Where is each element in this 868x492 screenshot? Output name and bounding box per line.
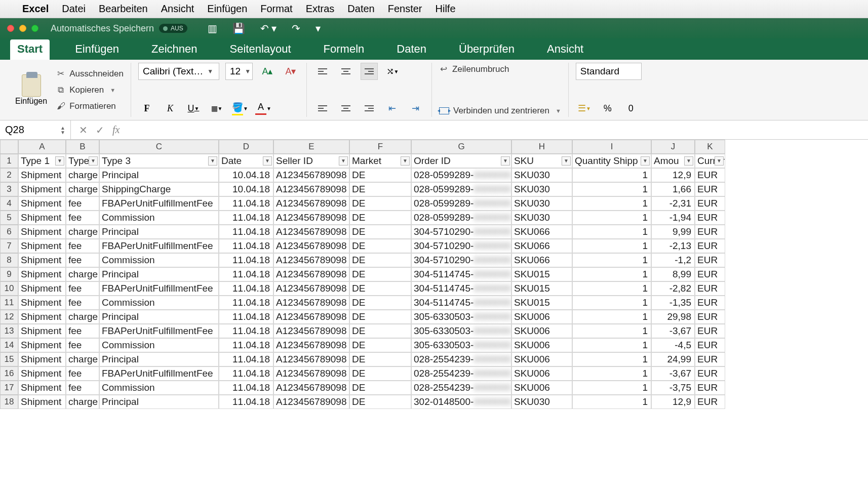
cell[interactable]: SKU030 — [511, 196, 572, 211]
cell[interactable]: Principal — [99, 168, 219, 182]
cell[interactable]: -3,67 — [651, 324, 695, 338]
cell[interactable]: A123456789098 — [273, 225, 349, 239]
cell[interactable]: SKU030 — [511, 182, 572, 196]
cell[interactable]: 1 — [572, 296, 651, 310]
cell[interactable]: A123456789098 — [273, 338, 349, 352]
menu-bearbeiten[interactable]: Bearbeiten — [99, 3, 148, 15]
cell[interactable]: Commission — [99, 211, 219, 225]
cell[interactable]: SKU030 — [511, 395, 572, 409]
cell[interactable]: A123456789098 — [273, 352, 349, 366]
column-header[interactable]: G — [411, 140, 511, 154]
cell[interactable]: 11.04.18 — [219, 281, 273, 296]
cell[interactable]: FBAPerUnitFulfillmentFee — [99, 196, 219, 211]
cell[interactable]: DE — [349, 267, 411, 281]
cell[interactable]: fee — [66, 196, 99, 211]
cell[interactable]: DE — [349, 381, 411, 395]
table-header-cell[interactable]: Amou▼ — [651, 154, 695, 168]
table-header-cell[interactable]: Type 3▼ — [99, 154, 219, 168]
row-header[interactable]: 4 — [0, 196, 18, 211]
menu-datei[interactable]: Datei — [62, 3, 86, 15]
cell[interactable]: 304-5710290-0000000 — [411, 225, 511, 239]
cell[interactable]: 10.04.18 — [219, 182, 273, 196]
cell[interactable]: Commission — [99, 296, 219, 310]
cell[interactable]: SKU006 — [511, 352, 572, 366]
font-color-button[interactable]: A▼ — [255, 100, 272, 117]
percent-button[interactable]: % — [599, 100, 616, 117]
cell[interactable]: 305-6330503-0000000 — [411, 338, 511, 352]
cell[interactable]: fee — [66, 338, 99, 352]
row-header[interactable]: 18 — [0, 395, 18, 409]
cell[interactable]: Shipment — [18, 381, 66, 395]
cell[interactable]: Shipment — [18, 281, 66, 296]
cell[interactable]: Shipment — [18, 225, 66, 239]
cell[interactable]: 12,9 — [651, 168, 695, 182]
spreadsheet[interactable]: ABCDEFGHIJK1Type 1▼Type▼Type 3▼Date▼Sell… — [0, 140, 868, 409]
cell[interactable]: 8,99 — [651, 267, 695, 281]
cell[interactable]: 11.04.18 — [219, 324, 273, 338]
fx-icon[interactable]: fx — [112, 124, 120, 136]
cell[interactable]: A123456789098 — [273, 196, 349, 211]
cell[interactable]: 304-5710290-0000000 — [411, 253, 511, 267]
table-header-cell[interactable]: Order ID▼ — [411, 154, 511, 168]
cell[interactable]: 1,66 — [651, 182, 695, 196]
row-header[interactable]: 16 — [0, 366, 18, 381]
layout-icon[interactable]: ▥ — [203, 22, 222, 34]
cell[interactable]: EUR — [695, 395, 725, 409]
table-header-cell[interactable]: Date▼ — [219, 154, 273, 168]
row-header[interactable]: 3 — [0, 182, 18, 196]
row-header[interactable]: 10 — [0, 281, 18, 296]
cell[interactable]: DE — [349, 296, 411, 310]
cell[interactable]: A123456789098 — [273, 324, 349, 338]
cell[interactable]: 1 — [572, 225, 651, 239]
cell[interactable]: SKU066 — [511, 253, 572, 267]
cell[interactable]: 028-2554239-0000000 — [411, 352, 511, 366]
column-header[interactable]: K — [695, 140, 725, 154]
cell[interactable]: Principal — [99, 225, 219, 239]
cell[interactable]: A123456789098 — [273, 310, 349, 324]
cell[interactable]: -3,67 — [651, 366, 695, 381]
column-header[interactable]: C — [99, 140, 219, 154]
undo-icon[interactable]: ↶ ▾ — [255, 22, 282, 34]
filter-dropdown-icon[interactable]: ▼ — [401, 156, 410, 166]
cell[interactable]: Shipment — [18, 239, 66, 253]
cell[interactable]: fee — [66, 366, 99, 381]
fill-color-button[interactable]: 🪣▼ — [231, 100, 249, 117]
minimize-icon[interactable] — [19, 25, 26, 32]
cell[interactable]: EUR — [695, 168, 725, 182]
cell[interactable]: charge — [66, 182, 99, 196]
cell[interactable]: Shipment — [18, 310, 66, 324]
cell[interactable]: DE — [349, 182, 411, 196]
cell[interactable]: Shipment — [18, 267, 66, 281]
menu-fenster[interactable]: Fenster — [388, 3, 422, 15]
cell[interactable]: EUR — [695, 381, 725, 395]
cell[interactable]: DE — [349, 239, 411, 253]
cell[interactable]: 1 — [572, 168, 651, 182]
underline-button[interactable]: U ▼ — [185, 100, 202, 117]
cell[interactable]: 1 — [572, 395, 651, 409]
cell[interactable]: fee — [66, 211, 99, 225]
cell[interactable]: charge — [66, 310, 99, 324]
table-header-cell[interactable]: Market▼ — [349, 154, 411, 168]
cell[interactable]: Shipment — [18, 253, 66, 267]
cell[interactable]: Shipment — [18, 182, 66, 196]
filter-dropdown-icon[interactable]: ▼ — [715, 156, 724, 166]
filter-dropdown-icon[interactable]: ▼ — [55, 156, 64, 166]
cell[interactable]: -1,35 — [651, 296, 695, 310]
formula-input[interactable] — [128, 120, 868, 139]
cell[interactable]: 304-5114745-0000000 — [411, 281, 511, 296]
cell[interactable]: SKU006 — [511, 338, 572, 352]
cell[interactable]: 11.04.18 — [219, 239, 273, 253]
cell[interactable]: -4,5 — [651, 338, 695, 352]
cell[interactable]: Commission — [99, 253, 219, 267]
name-box[interactable]: Q28 ▲▼ — [0, 120, 71, 139]
close-icon[interactable] — [7, 25, 14, 32]
cell[interactable]: DE — [349, 196, 411, 211]
menu-hilfe[interactable]: Hilfe — [436, 3, 456, 15]
cell[interactable]: EUR — [695, 225, 725, 239]
align-middle-icon[interactable] — [337, 63, 354, 80]
cell[interactable]: Commission — [99, 381, 219, 395]
cell[interactable]: fee — [66, 281, 99, 296]
border-button[interactable]: ▦ ▼ — [208, 100, 225, 117]
table-header-cell[interactable]: Curren▼ — [695, 154, 725, 168]
cut-button[interactable]: ✂Ausschneiden — [56, 67, 124, 80]
